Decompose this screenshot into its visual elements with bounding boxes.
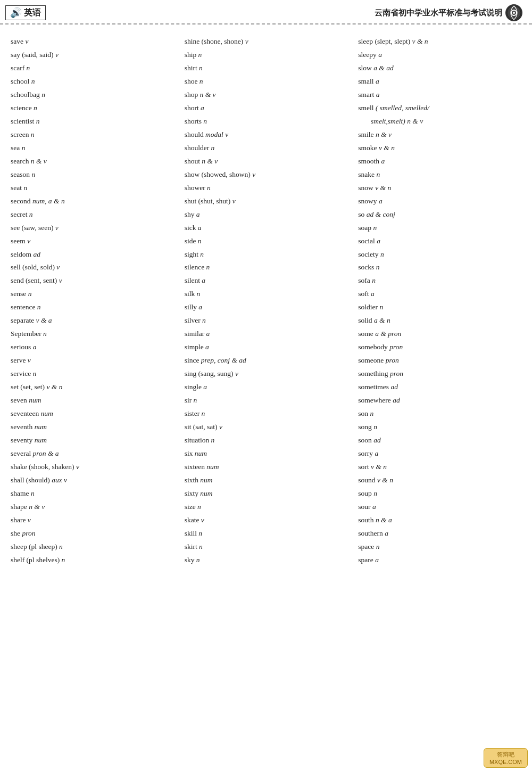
list-item: some a & pron [358,327,521,341]
list-item: shirt n [185,62,348,75]
list-item: sound v & n [358,474,521,487]
header-left-brand: 🔊 英语 [5,5,46,20]
list-item: south n & a [358,514,521,527]
list-item: similar a [185,327,348,341]
list-item: shy a [185,208,348,221]
list-item: second num, a & n [11,195,174,208]
list-item: save v [11,35,174,48]
svg-point-2 [513,12,515,14]
page-header: 🔊 英语 云南省初中学业水平标准与考试说明 [0,0,532,24]
column-3: sleep (slept, slept) v & nsleepy aslow a… [353,35,521,567]
list-item: short a [185,102,348,115]
list-item: serious a [11,341,174,354]
list-item: somebody pron [358,341,521,354]
list-item: shine (shone, shone) v [185,35,348,48]
list-item: smile n & v [358,128,521,142]
column-2: shine (shone, shone) vship nshirt nshoe … [179,35,353,567]
list-item: skirt n [185,540,348,554]
list-item: separate v & a [11,314,174,327]
list-item: smooth a [358,155,521,168]
list-item: science n [11,102,174,115]
watermark: 答辩吧 MXQE.COM [484,748,528,768]
list-item: soap n [358,221,521,235]
list-item: soup n [358,487,521,500]
list-item: share v [11,514,174,527]
list-item: set (set, set) v & n [11,381,174,394]
list-item: several pron & a [11,447,174,461]
watermark-line1: 答辩吧 [489,751,522,759]
list-item: six num [185,447,348,461]
list-item: spare a [358,554,521,567]
list-item: space n [358,540,521,554]
vocab-content: save vsay (said, said) vscarf nschool ns… [0,30,532,599]
list-item: schoolbag n [11,88,174,102]
list-item: silence n [185,261,348,274]
list-item: seat n [11,182,174,195]
list-item: sentence n [11,301,174,314]
list-item: situation n [185,434,348,447]
list-item: snake n [358,168,521,182]
list-item: silk n [185,288,348,301]
list-item: she pron [11,527,174,540]
list-item: sixteen num [185,461,348,474]
list-item: somewhere ad [358,394,521,407]
list-item: sheep (pl sheep) n [11,540,174,554]
list-item: side n [185,235,348,248]
list-item: small a [358,75,521,88]
list-item: solid a & n [358,314,521,327]
list-item: school n [11,75,174,88]
list-item: September n [11,327,174,341]
list-item: sorry a [358,447,521,461]
list-item: sort v & n [358,461,521,474]
list-item: snowy a [358,195,521,208]
list-item: should modal v [185,128,348,142]
list-item: smell ( smelled, smelled/ smelt,smelt) n… [358,102,521,128]
header-right: 云南省初中学业水平标准与考试说明 [375,4,522,21]
list-item: soft a [358,288,521,301]
list-item: seem v [11,235,174,248]
list-item: soon ad [358,434,521,447]
list-item: sky n [185,554,348,567]
list-item: skill n [185,527,348,540]
list-item: sir n [185,394,348,407]
list-item: socks n [358,261,521,274]
list-item: sea n [11,142,174,155]
list-item: sometimes ad [358,381,521,394]
list-item: sit (sat, sat) v [185,421,348,434]
list-item: sixty num [185,487,348,500]
list-item: shorts n [185,115,348,128]
list-item: search n & v [11,155,174,168]
list-item: shop n & v [185,88,348,102]
list-item: shower n [185,182,348,195]
list-item: slow a & ad [358,62,521,75]
list-item: silent a [185,274,348,288]
list-item: sight n [185,248,348,261]
list-item: say (said, said) v [11,48,174,62]
list-item: sixth num [185,474,348,487]
speaker-icon: 🔊 [10,7,22,19]
list-item: season n [11,168,174,182]
list-item: society n [358,248,521,261]
list-item: smart a [358,88,521,102]
list-item: secret n [11,208,174,221]
list-item: sense n [11,288,174,301]
list-item: something pron [358,367,521,381]
list-item: serve v [11,354,174,367]
list-item: sister n [185,407,348,421]
list-item: smoke v & n [358,142,521,155]
list-item: shoulder n [185,142,348,155]
list-item: skate v [185,514,348,527]
list-item: southern a [358,527,521,540]
list-item: shoe n [185,75,348,88]
list-item: see (saw, seen) v [11,221,174,235]
list-item: shelf (pl shelves) n [11,554,174,567]
list-item: shape n & v [11,500,174,514]
list-item: sell (sold, sold) v [11,261,174,274]
list-item: seven num [11,394,174,407]
list-item: seventeen num [11,407,174,421]
list-item: silly a [185,301,348,314]
header-badge-icon [505,4,522,21]
list-item: sour a [358,500,521,514]
list-item: so ad & conj [358,208,521,221]
list-item: scientist n [11,115,174,128]
